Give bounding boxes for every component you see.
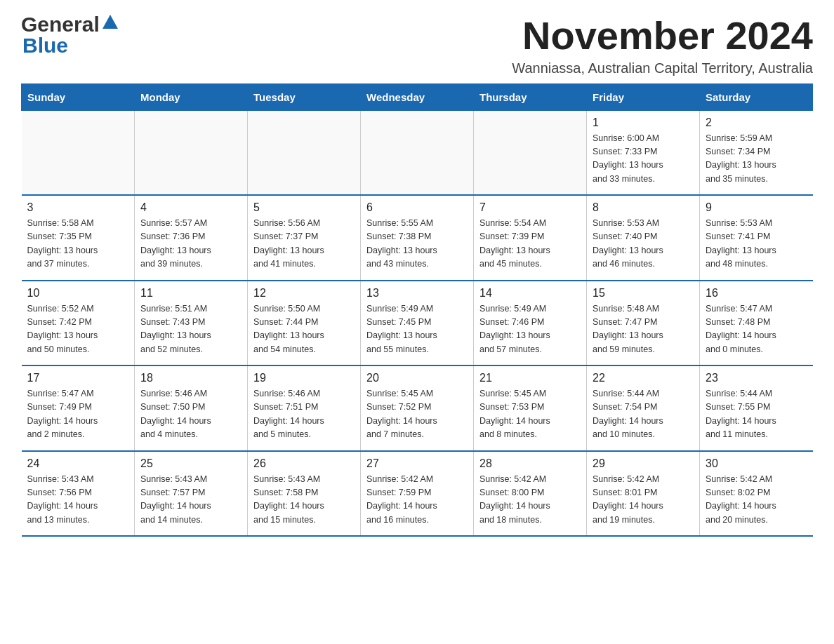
calendar-cell: 28Sunrise: 5:42 AM Sunset: 8:00 PM Dayli… xyxy=(474,451,587,537)
day-info: Sunrise: 5:53 AM Sunset: 7:41 PM Dayligh… xyxy=(706,217,807,271)
calendar-cell: 24Sunrise: 5:43 AM Sunset: 7:56 PM Dayli… xyxy=(22,451,135,537)
day-number: 21 xyxy=(479,372,581,384)
calendar-cell: 3Sunrise: 5:58 AM Sunset: 7:35 PM Daylig… xyxy=(22,195,135,281)
calendar-cell: 1Sunrise: 6:00 AM Sunset: 7:33 PM Daylig… xyxy=(587,110,700,195)
day-number: 15 xyxy=(593,287,694,300)
day-number: 27 xyxy=(366,457,468,470)
weekday-header-friday: Friday xyxy=(587,83,700,110)
calendar-week-row: 24Sunrise: 5:43 AM Sunset: 7:56 PM Dayli… xyxy=(22,451,813,537)
calendar-week-row: 1Sunrise: 6:00 AM Sunset: 7:33 PM Daylig… xyxy=(22,110,813,195)
day-number: 1 xyxy=(593,116,694,129)
day-info: Sunrise: 5:59 AM Sunset: 7:34 PM Dayligh… xyxy=(706,132,807,187)
day-info: Sunrise: 5:45 AM Sunset: 7:52 PM Dayligh… xyxy=(366,387,468,442)
calendar-cell: 18Sunrise: 5:46 AM Sunset: 7:50 PM Dayli… xyxy=(135,365,248,451)
calendar-cell: 11Sunrise: 5:51 AM Sunset: 7:43 PM Dayli… xyxy=(135,281,248,366)
calendar-cell: 13Sunrise: 5:49 AM Sunset: 7:45 PM Dayli… xyxy=(361,281,474,366)
day-info: Sunrise: 5:56 AM Sunset: 7:37 PM Dayligh… xyxy=(253,217,355,271)
weekday-header-tuesday: Tuesday xyxy=(248,83,361,110)
calendar-week-row: 17Sunrise: 5:47 AM Sunset: 7:49 PM Dayli… xyxy=(22,365,813,451)
day-info: Sunrise: 5:55 AM Sunset: 7:38 PM Dayligh… xyxy=(366,217,468,271)
day-number: 19 xyxy=(253,372,355,384)
calendar-cell: 27Sunrise: 5:42 AM Sunset: 7:59 PM Dayli… xyxy=(361,451,474,537)
day-number: 14 xyxy=(479,287,581,300)
day-number: 10 xyxy=(27,287,129,300)
day-info: Sunrise: 5:42 AM Sunset: 8:00 PM Dayligh… xyxy=(479,473,581,528)
day-number: 24 xyxy=(27,457,129,470)
day-number: 23 xyxy=(706,372,807,384)
day-info: Sunrise: 5:42 AM Sunset: 7:59 PM Dayligh… xyxy=(366,473,468,528)
day-number: 6 xyxy=(366,201,468,214)
day-number: 4 xyxy=(140,201,241,214)
day-number: 16 xyxy=(706,287,807,300)
day-number: 2 xyxy=(706,116,807,129)
day-info: Sunrise: 6:00 AM Sunset: 7:33 PM Dayligh… xyxy=(593,132,694,187)
calendar-cell: 23Sunrise: 5:44 AM Sunset: 7:55 PM Dayli… xyxy=(700,365,813,451)
day-number: 29 xyxy=(593,457,694,470)
day-info: Sunrise: 5:45 AM Sunset: 7:53 PM Dayligh… xyxy=(479,387,581,442)
page-header: General Blue November 2024 Wanniassa, Au… xyxy=(21,14,813,76)
day-info: Sunrise: 5:49 AM Sunset: 7:45 PM Dayligh… xyxy=(366,302,468,357)
day-number: 8 xyxy=(593,201,694,214)
day-info: Sunrise: 5:52 AM Sunset: 7:42 PM Dayligh… xyxy=(27,302,129,357)
calendar-cell xyxy=(135,110,248,195)
day-info: Sunrise: 5:44 AM Sunset: 7:54 PM Dayligh… xyxy=(593,387,694,442)
day-number: 26 xyxy=(253,457,355,470)
day-info: Sunrise: 5:49 AM Sunset: 7:46 PM Dayligh… xyxy=(479,302,581,357)
calendar-cell xyxy=(361,110,474,195)
day-info: Sunrise: 5:54 AM Sunset: 7:39 PM Dayligh… xyxy=(479,217,581,271)
logo-triangle-icon xyxy=(102,15,118,32)
calendar-cell: 17Sunrise: 5:47 AM Sunset: 7:49 PM Dayli… xyxy=(22,365,135,451)
weekday-header-sunday: Sunday xyxy=(22,83,135,110)
day-number: 9 xyxy=(706,201,807,214)
day-info: Sunrise: 5:47 AM Sunset: 7:48 PM Dayligh… xyxy=(706,302,807,357)
day-info: Sunrise: 5:43 AM Sunset: 7:58 PM Dayligh… xyxy=(253,473,355,528)
day-info: Sunrise: 5:48 AM Sunset: 7:47 PM Dayligh… xyxy=(593,302,694,357)
calendar-cell: 25Sunrise: 5:43 AM Sunset: 7:57 PM Dayli… xyxy=(135,451,248,537)
calendar-cell: 14Sunrise: 5:49 AM Sunset: 7:46 PM Dayli… xyxy=(474,281,587,366)
calendar-cell: 29Sunrise: 5:42 AM Sunset: 8:01 PM Dayli… xyxy=(587,451,700,537)
calendar-cell xyxy=(474,110,587,195)
day-info: Sunrise: 5:53 AM Sunset: 7:40 PM Dayligh… xyxy=(593,217,694,271)
day-number: 11 xyxy=(140,287,241,300)
calendar-cell: 21Sunrise: 5:45 AM Sunset: 7:53 PM Dayli… xyxy=(474,365,587,451)
title-area: November 2024 Wanniassa, Australian Capi… xyxy=(512,14,813,76)
day-info: Sunrise: 5:50 AM Sunset: 7:44 PM Dayligh… xyxy=(253,302,355,357)
day-number: 22 xyxy=(593,372,694,384)
calendar-cell xyxy=(22,110,135,195)
month-year-title: November 2024 xyxy=(512,14,813,58)
logo: General Blue xyxy=(21,14,118,56)
calendar-cell: 15Sunrise: 5:48 AM Sunset: 7:47 PM Dayli… xyxy=(587,281,700,366)
day-number: 28 xyxy=(479,457,581,470)
location-subtitle: Wanniassa, Australian Capital Territory,… xyxy=(512,60,813,76)
calendar-cell: 2Sunrise: 5:59 AM Sunset: 7:34 PM Daylig… xyxy=(700,110,813,195)
calendar-cell: 10Sunrise: 5:52 AM Sunset: 7:42 PM Dayli… xyxy=(22,281,135,366)
calendar-cell: 19Sunrise: 5:46 AM Sunset: 7:51 PM Dayli… xyxy=(248,365,361,451)
calendar-cell: 12Sunrise: 5:50 AM Sunset: 7:44 PM Dayli… xyxy=(248,281,361,366)
calendar-cell: 22Sunrise: 5:44 AM Sunset: 7:54 PM Dayli… xyxy=(587,365,700,451)
day-info: Sunrise: 5:42 AM Sunset: 8:01 PM Dayligh… xyxy=(593,473,694,528)
day-number: 20 xyxy=(366,372,468,384)
day-info: Sunrise: 5:51 AM Sunset: 7:43 PM Dayligh… xyxy=(140,302,241,357)
day-number: 30 xyxy=(706,457,807,470)
day-info: Sunrise: 5:57 AM Sunset: 7:36 PM Dayligh… xyxy=(140,217,241,271)
calendar-cell: 4Sunrise: 5:57 AM Sunset: 7:36 PM Daylig… xyxy=(135,195,248,281)
calendar-cell: 20Sunrise: 5:45 AM Sunset: 7:52 PM Dayli… xyxy=(361,365,474,451)
calendar-cell: 9Sunrise: 5:53 AM Sunset: 7:41 PM Daylig… xyxy=(700,195,813,281)
calendar-week-row: 10Sunrise: 5:52 AM Sunset: 7:42 PM Dayli… xyxy=(22,281,813,366)
day-number: 25 xyxy=(140,457,241,470)
calendar-table: SundayMondayTuesdayWednesdayThursdayFrid… xyxy=(21,83,813,537)
day-number: 3 xyxy=(27,201,129,214)
day-info: Sunrise: 5:43 AM Sunset: 7:57 PM Dayligh… xyxy=(140,473,241,528)
weekday-header-monday: Monday xyxy=(135,83,248,110)
day-info: Sunrise: 5:58 AM Sunset: 7:35 PM Dayligh… xyxy=(27,217,129,271)
calendar-cell xyxy=(248,110,361,195)
weekday-header-wednesday: Wednesday xyxy=(361,83,474,110)
day-info: Sunrise: 5:44 AM Sunset: 7:55 PM Dayligh… xyxy=(706,387,807,442)
day-number: 7 xyxy=(479,201,581,214)
calendar-cell: 26Sunrise: 5:43 AM Sunset: 7:58 PM Dayli… xyxy=(248,451,361,537)
day-info: Sunrise: 5:43 AM Sunset: 7:56 PM Dayligh… xyxy=(27,473,129,528)
calendar-cell: 6Sunrise: 5:55 AM Sunset: 7:38 PM Daylig… xyxy=(361,195,474,281)
day-number: 18 xyxy=(140,372,241,384)
calendar-cell: 16Sunrise: 5:47 AM Sunset: 7:48 PM Dayli… xyxy=(700,281,813,366)
day-info: Sunrise: 5:47 AM Sunset: 7:49 PM Dayligh… xyxy=(27,387,129,442)
